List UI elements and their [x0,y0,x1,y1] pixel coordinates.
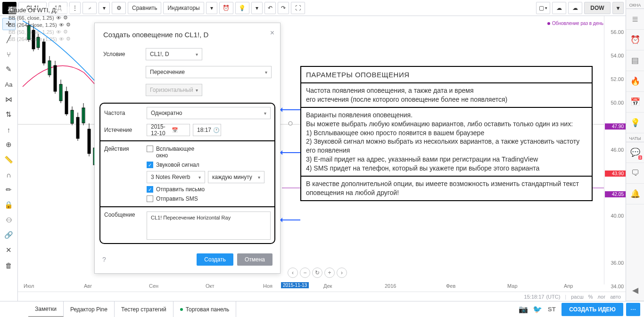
sound-checkbox[interactable]: ✓ [147,162,153,168]
pattern-tool[interactable]: ⋈ [2,93,16,106]
popup-checkbox[interactable] [147,146,153,152]
status-ext[interactable]: расш [571,294,584,300]
chart-type-button[interactable]: ⌿ [83,2,97,14]
zoom-tool[interactable]: ⊕ [2,138,16,151]
popup-label: Всплывающее окно [156,146,203,159]
indicator-4[interactable]: BB (264, close, 1.25) [8,36,57,42]
expiration-time-input[interactable]: 18:17🕐 [193,124,221,136]
cancel-button[interactable]: Отмена [237,253,272,266]
interval-menu-button[interactable]: ⋮ [69,2,81,14]
alerts-panel-button[interactable]: ⏰ [626,30,644,50]
layout-name[interactable]: DOW [584,2,611,14]
indicators-menu[interactable]: ▾ [206,2,217,14]
snapshot-button[interactable]: 📷 [516,302,530,317]
chart-title[interactable]: Crude Oil WTI, Д, [8,7,71,14]
more-button[interactable]: ⋯ [626,303,640,316]
eye-icon[interactable]: 👁 [56,29,61,35]
eye-icon[interactable]: 👁 [59,22,64,28]
private-chats-button[interactable]: 🗨 [626,163,644,184]
price-axis[interactable]: 56.0054.0052.0050.0046.0040.0036.0034.00… [604,16,626,284]
time-axis[interactable]: ИюлАвгСенОктНояДек2016ФевМарАпр2015-11-1… [18,282,604,292]
create-idea-button[interactable]: СОЗДАТЬ ИДЕЮ [561,303,623,316]
status-pct[interactable]: % [588,294,593,300]
brush-tool[interactable]: ✎ [2,63,16,75]
condition-symbol-select[interactable]: CL1!, D [146,48,202,60]
gear-icon[interactable]: ⚙ [63,15,68,21]
tab-notes[interactable]: Заметки [28,301,64,317]
layout-button[interactable]: ▢▾ [536,2,550,14]
eye-icon[interactable]: 👁 [56,15,61,21]
gear-icon[interactable]: ⚙ [66,36,71,42]
email-checkbox[interactable]: ✓ [147,186,153,193]
pitchfork-tool[interactable]: ⑂ [2,48,16,60]
create-button[interactable]: Создать [197,253,233,266]
nav-zoom-in[interactable]: + [324,268,335,278]
status-auto[interactable]: авто [610,294,621,300]
price-tick: 50.00 [603,100,624,106]
help-icon[interactable]: ? [102,256,106,263]
sound-frequency-select[interactable]: каждую минуту [208,171,264,183]
my-ideas-button[interactable]: 💡 [626,113,644,133]
remove-tool[interactable]: ✕ [2,244,16,256]
sync-tool[interactable]: 🔗 [2,229,16,241]
collapse-rail-button[interactable]: ◀ [626,280,644,301]
measure-tool[interactable]: 📏 [2,154,16,166]
prediction-tool[interactable]: ⇅ [2,108,16,121]
public-chats-button[interactable]: 💬3 [626,142,644,163]
magnet-tool[interactable]: ∩ [2,169,16,181]
watchlist-button[interactable]: ≣ [626,9,644,30]
close-icon[interactable]: × [270,29,274,37]
condition-type-select[interactable]: Пересечение [146,66,272,78]
tab-pine[interactable]: Редактор Pine [64,301,115,317]
drawing-mode-button[interactable]: ✏ [2,184,16,196]
hide-tool[interactable]: ⦵ [2,214,16,226]
lock-tool[interactable]: 🔒 [2,199,16,211]
price-tick: 54.00 [603,53,624,58]
stocktwits-button[interactable]: ST [545,302,559,317]
trash-tool[interactable]: 🗑 [2,259,16,271]
nav-reset[interactable]: ↻ [312,268,322,278]
cloud-load-button[interactable]: ☁ [552,2,566,14]
tab-trading[interactable]: Торговая панель [173,301,237,317]
redo-button[interactable]: ↷ [278,2,289,14]
time-tick: Июл [24,283,34,289]
message-textarea[interactable]: CL1! Пересечение Horizontal Ray [147,211,271,240]
settings-button[interactable]: ⚙ [112,2,126,14]
cloud-save-button[interactable]: ☁ [568,2,582,14]
indicator-1[interactable]: BB (66, close, 1.25) [8,15,54,21]
calendar-button[interactable]: 📅 [626,92,644,113]
indicator-2[interactable]: BB (264, close, 1.25) [8,22,57,28]
hotlist-button[interactable]: 🔥 [626,71,644,92]
indicator-3[interactable]: BB (50, close, 1.25) [8,29,54,35]
long-short-tool[interactable]: ↑ [2,123,16,136]
eye-icon[interactable]: 👁 [59,36,64,42]
undo-button[interactable]: ↶ [264,2,276,14]
fullscreen-button[interactable]: ⛶ [291,2,305,14]
clock-icon: 🕐 [213,127,220,133]
gear-icon[interactable]: ⚙ [66,22,71,28]
nav-last[interactable]: › [337,268,347,278]
text-tool[interactable]: Aа [2,78,16,90]
condition-direction-select[interactable]: Горизонтальный [146,84,202,96]
watchlist-icon: ≣ [632,14,638,24]
alert-toolbar-button[interactable]: ⏰ [219,2,233,14]
ideas-menu[interactable]: ▾ [251,2,263,14]
indicators-button[interactable]: Индикаторы [163,2,204,14]
nav-zoom-out[interactable]: − [300,268,310,278]
layout-menu[interactable]: ▾ [612,2,624,14]
notifications-button[interactable]: 🔔 [626,184,644,204]
compare-button[interactable]: Сравнить [128,2,161,14]
chart-type-menu[interactable]: ▾ [99,2,110,14]
ideas-button[interactable]: 💡 [235,2,249,14]
data-window-button[interactable]: ▤ [626,50,644,71]
twitter-button[interactable]: 🐦 [530,302,545,317]
expiration-date-input[interactable]: 2015-12-10📅 [147,124,190,136]
sound-preset-select[interactable]: 3 Notes Reverb [147,171,205,183]
candles-icon: ⌿ [88,5,91,11]
tab-tester[interactable]: Тестер стратегий [115,301,173,317]
sms-checkbox[interactable] [147,195,153,202]
nav-first[interactable]: ‹ [288,268,298,278]
gear-icon[interactable]: ⚙ [63,29,68,35]
frequency-select[interactable]: Однократно [147,107,271,119]
status-log[interactable]: лог [598,294,606,300]
